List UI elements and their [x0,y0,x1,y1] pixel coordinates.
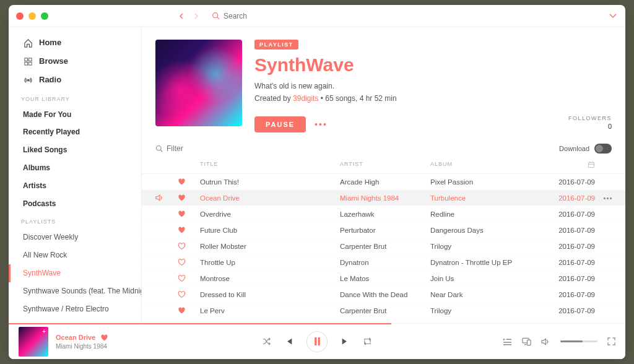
like-button[interactable] [178,178,196,186]
svg-line-8 [160,150,162,152]
col-artist[interactable]: ARTIST [340,161,427,170]
like-button[interactable] [178,242,196,250]
queue-button[interactable] [503,337,512,346]
like-button[interactable] [178,210,196,218]
shuffle-button[interactable] [262,337,271,346]
track-row[interactable]: Le Perv Carpenter Brut Trilogy 2016-07-0… [142,303,625,319]
playlist-item[interactable]: SynthWave [9,264,141,282]
col-date-icon[interactable] [533,161,595,170]
now-playing-title[interactable]: Ocean Drive [56,334,95,341]
track-artist: Miami Nights 1984 [340,194,427,202]
track-album: Turbulence [430,194,529,202]
close-window-button[interactable] [16,12,24,20]
track-title: Le Perv [200,307,336,314]
playlist-item[interactable]: Discover Weekly [9,228,141,246]
playlist-title: SynthWave [254,54,556,76]
playlist-item[interactable]: RetroWave / Outrun [9,318,141,323]
play-pause-button[interactable] [306,331,328,352]
like-button[interactable] [178,274,196,282]
sidebar-item-radio[interactable]: Radio [9,71,141,89]
library-item[interactable]: Albums [9,159,141,177]
library-item[interactable]: Liked Songs [9,141,141,159]
previous-button[interactable] [285,337,293,345]
svg-rect-14 [315,337,316,345]
followers-count: 0 [568,123,612,130]
track-duration: 4:18 [621,194,625,202]
track-title: Outrun This! [200,178,336,186]
pause-button[interactable]: PAUSE [254,116,306,132]
track-album: Pixel Passion [430,178,529,186]
svg-point-0 [213,13,218,18]
cover-art[interactable] [155,40,242,126]
player-controls [262,331,372,352]
svg-rect-9 [589,162,594,167]
track-row[interactable]: Nightcall Kavinsky OutRun 2016-07-09 4:1… [142,319,625,323]
more-options-button[interactable]: ••• [315,119,328,129]
svg-rect-5 [28,62,32,65]
track-row[interactable]: Future Club Perturbator Dangerous Days 2… [142,222,625,238]
back-button[interactable] [178,13,189,19]
like-button[interactable] [178,306,196,314]
collapse-button[interactable] [609,14,617,19]
search-field[interactable] [212,12,285,20]
track-row[interactable]: Outrun This! Arcade High Pixel Passion 2… [142,174,625,190]
progress-bar[interactable] [9,323,391,324]
followers-block: FOLLOWERS 0 [568,115,612,130]
like-button[interactable] [178,226,196,234]
table-header: TITLE ARTIST ALBUM [142,157,625,174]
svg-rect-15 [318,337,319,345]
created-by-prefix: Created by [254,94,293,103]
track-album: Trilogy [430,243,529,250]
fullscreen-button[interactable] [607,337,615,345]
maximize-window-button[interactable] [41,12,48,20]
track-row[interactable]: Roller Mobster Carpenter Brut Trilogy 20… [142,238,625,254]
like-button[interactable] [178,290,196,298]
sidebar-item-browse[interactable]: Browse [9,52,141,71]
download-toggle[interactable] [594,144,612,154]
library-item[interactable]: Recently Played [9,123,141,141]
volume-slider[interactable] [560,340,597,342]
track-more-button[interactable]: ••• [599,194,617,202]
now-playing-like-button[interactable] [100,334,108,342]
now-playing-artist[interactable]: Miami Nights 1984 [56,343,108,350]
sidebar-item-home[interactable]: Home [9,33,141,52]
browse-icon [23,56,33,66]
track-row[interactable]: Overdrive Lazerhawk Redline 2016-07-09 4… [142,206,625,222]
svg-line-1 [217,17,219,19]
minimize-window-button[interactable] [28,12,36,20]
col-title[interactable]: TITLE [200,161,336,170]
now-playing-art[interactable] [19,327,48,357]
track-row[interactable]: Ocean Drive Miami Nights 1984 Turbulence… [142,190,625,206]
filter-input[interactable] [167,144,216,153]
library-item[interactable]: Made For You [9,106,141,124]
library-item[interactable]: Podcasts [9,195,141,213]
playlist-item[interactable]: Synthwave / Retro Electro [9,300,141,318]
library-item[interactable]: Artists [9,177,141,195]
track-date: 2016-07-09 [533,291,595,298]
col-duration-icon[interactable] [621,161,625,170]
track-duration: 4:10 [621,178,625,186]
search-input[interactable] [224,12,285,20]
volume-icon[interactable] [541,337,550,346]
track-artist: Dance With the Dead [340,291,427,298]
repeat-button[interactable] [363,337,372,346]
svg-point-6 [27,79,29,82]
forward-button[interactable] [193,13,204,19]
playlist-actions: PAUSE ••• [254,116,556,132]
playlist-item[interactable]: All New Rock [9,246,141,264]
track-date: 2016-07-09 [533,275,595,282]
filter-field[interactable] [155,144,216,153]
like-button[interactable] [178,194,196,202]
track-row[interactable]: Throttle Up Dynatron Dynatron - Throttle… [142,254,625,271]
track-row[interactable]: Dressed to Kill Dance With the Dead Near… [142,287,625,303]
next-button[interactable] [341,337,349,345]
track-date: 2016-07-09 [533,259,595,266]
like-button[interactable] [178,258,196,266]
playlist-author[interactable]: 39digits [293,94,318,103]
track-row[interactable]: Montrose Le Matos Join Us 2016-07-09 5:4… [142,271,625,287]
track-duration: 3:34 [621,243,625,250]
playlist-item[interactable]: Synthwave Sounds (feat. The Midnight, ..… [9,282,141,300]
track-title: Montrose [200,275,336,282]
col-album[interactable]: ALBUM [430,161,529,170]
devices-button[interactable] [522,337,531,346]
